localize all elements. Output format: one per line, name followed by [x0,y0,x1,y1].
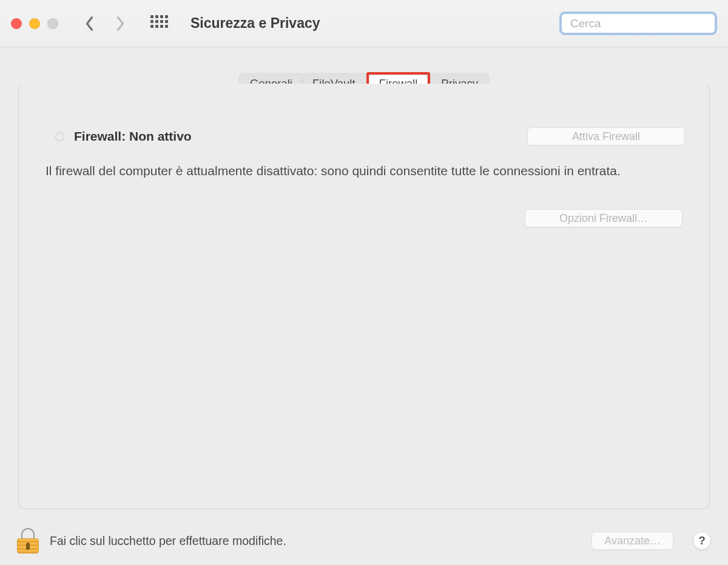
back-button[interactable] [83,16,97,31]
close-window-button[interactable] [11,18,22,29]
forward-button[interactable] [113,16,127,31]
nav-arrows [83,16,127,31]
lock-icon[interactable] [17,528,39,553]
minimize-window-button[interactable] [29,18,40,29]
chevron-right-icon [115,15,126,32]
firewall-description: Il firewall del computer è attualmente d… [46,162,628,179]
window-title: Sicurezza e Privacy [190,15,320,32]
content-panel: Firewall: Non attivo Attiva Firewall Il … [18,84,710,509]
firewall-options-button[interactable]: Opzioni Firewall… [525,209,682,227]
lock-hint-text: Fai clic sul lucchetto per effettuare mo… [50,534,581,548]
help-button[interactable]: ? [693,532,711,550]
footer-bar: Fai clic sul lucchetto per effettuare mo… [0,517,728,565]
chevron-left-icon [84,15,95,32]
window-toolbar: Sicurezza e Privacy [0,0,728,47]
search-input[interactable] [570,17,714,30]
status-indicator-icon [55,132,64,141]
fullscreen-window-button[interactable] [47,18,58,29]
traffic-lights [11,18,58,29]
firewall-status-label: Firewall: Non attivo [74,129,192,144]
firewall-status-left: Firewall: Non attivo [55,129,192,144]
show-all-preferences-button[interactable] [150,15,167,32]
search-field-wrap[interactable] [559,12,717,35]
advanced-button[interactable]: Avanzate… [592,532,673,550]
firewall-status-row: Firewall: Non attivo Attiva Firewall [55,127,685,145]
firewall-options-row: Opzioni Firewall… [43,209,682,227]
activate-firewall-button[interactable]: Attiva Firewall [527,127,685,145]
